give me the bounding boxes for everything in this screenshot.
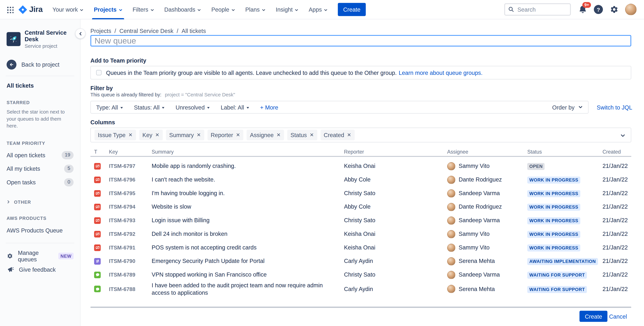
issue-summary[interactable]: Dell 24 inch monitor is broken: [152, 230, 344, 238]
remove-chip-icon[interactable]: ✕: [276, 132, 281, 138]
column-chip[interactable]: Issue Type ✕: [94, 130, 136, 140]
issue-created-date: 21/Jan/22: [602, 217, 631, 224]
top-nav-item[interactable]: Dashboards: [164, 0, 201, 19]
issue-summary[interactable]: POS system is not accepting credit cards: [152, 244, 344, 251]
table-row[interactable]: ITSM-6797 Mobile app is randomly crashin…: [90, 159, 631, 173]
table-row[interactable]: ITSM-6795 I'm having trouble logging in.…: [90, 186, 631, 200]
breadcrumb-all-tickets[interactable]: All tickets: [182, 28, 206, 34]
top-nav-item[interactable]: People: [211, 0, 235, 19]
column-chip[interactable]: Key ✕: [139, 130, 162, 140]
order-by-dropdown[interactable]: Order by: [552, 104, 583, 110]
issue-summary[interactable]: I can't reach the website.: [152, 176, 344, 183]
jira-logo-text: Jira: [29, 5, 43, 14]
issue-summary[interactable]: Login issue with Billing: [152, 217, 344, 224]
cancel-button[interactable]: Cancel: [609, 313, 627, 320]
table-row[interactable]: ITSM-6788 I have been added to the audit…: [90, 282, 631, 296]
remove-chip-icon[interactable]: ✕: [310, 132, 314, 138]
notifications-button[interactable]: 9+: [578, 5, 588, 14]
assignee-avatar: [447, 189, 455, 197]
create-queue-button[interactable]: Create: [580, 311, 608, 322]
columns-picker[interactable]: Issue Type ✕ Key ✕ Summary ✕ Report: [90, 127, 631, 142]
column-chip[interactable]: Created ✕: [320, 130, 354, 140]
issue-key-link[interactable]: ITSM-6790: [109, 258, 135, 264]
columns-picker-chevron[interactable]: [620, 132, 626, 140]
help-button[interactable]: ?: [594, 5, 603, 14]
table-scrollbar-track[interactable]: [90, 307, 631, 308]
issue-summary[interactable]: VPN stopped working in San Francisco off…: [152, 271, 344, 278]
chevron-down-icon: [578, 105, 583, 109]
remove-chip-icon[interactable]: ✕: [197, 132, 201, 138]
breadcrumb-project-name[interactable]: Central Service Desk: [120, 28, 174, 34]
more-filters-button[interactable]: + More: [260, 104, 278, 110]
sidebar-queue-item[interactable]: All my tickets 5: [6, 162, 74, 176]
remove-chip-icon[interactable]: ✕: [128, 132, 132, 138]
issue-key-link[interactable]: ITSM-6788: [109, 286, 135, 292]
top-nav-item[interactable]: Insight: [276, 0, 298, 19]
jira-new-queue-page: Jira Your work Projects Filters: [0, 0, 644, 326]
sidebar-queue-item[interactable]: All open tickets 19: [6, 148, 74, 162]
column-chip[interactable]: Assignee ✕: [247, 130, 284, 140]
search-input[interactable]: [504, 3, 571, 16]
table-row[interactable]: ITSM-6789 VPN stopped working in San Fra…: [90, 268, 631, 282]
issue-key-link[interactable]: ITSM-6792: [109, 231, 135, 237]
jira-logo[interactable]: Jira: [18, 5, 42, 14]
remove-chip-icon[interactable]: ✕: [236, 132, 240, 138]
issue-key-link[interactable]: ITSM-6794: [109, 204, 135, 210]
filter-dropdown[interactable]: Unresolved: [176, 104, 210, 110]
app-switcher-icon[interactable]: [6, 6, 14, 13]
issue-key-link[interactable]: ITSM-6797: [109, 163, 135, 169]
issue-key-link[interactable]: ITSM-6793: [109, 217, 135, 224]
top-nav-item[interactable]: Apps: [309, 0, 328, 19]
issue-summary[interactable]: Mobile app is randomly crashing.: [152, 162, 344, 170]
issue-summary[interactable]: Website is slow: [152, 203, 344, 210]
issue-created-date: 21/Jan/22: [602, 257, 631, 265]
manage-queues-button[interactable]: Manage queues NEW: [6, 249, 74, 263]
issue-created-date: 21/Jan/22: [602, 203, 631, 210]
team-priority-checkbox[interactable]: [96, 70, 102, 75]
filter-dropdown[interactable]: Label: All: [221, 104, 249, 110]
queue-groups-learn-more-link[interactable]: Learn more about queue groups.: [399, 69, 482, 76]
table-row[interactable]: ITSM-6793 Login issue with Billing Chris…: [90, 214, 631, 227]
table-row[interactable]: ITSM-6790 Emergency Security Patch Updat…: [90, 254, 631, 268]
table-row[interactable]: ITSM-6794 Website is slow Abby Cole Dant…: [90, 200, 631, 214]
filter-dropdown[interactable]: Status: All: [134, 104, 164, 110]
top-nav-item[interactable]: Projects: [94, 0, 122, 19]
column-chip[interactable]: Reporter ✕: [208, 130, 244, 140]
notification-count-badge: 9+: [582, 2, 591, 8]
top-nav-item[interactable]: Plans: [245, 0, 266, 19]
top-nav-item[interactable]: Filters: [132, 0, 154, 19]
remove-chip-icon[interactable]: ✕: [155, 132, 160, 138]
top-nav-item[interactable]: Your work: [52, 0, 84, 19]
profile-button[interactable]: [625, 4, 636, 15]
assignee-avatar: [447, 216, 455, 225]
back-to-project-link[interactable]: Back to project: [6, 60, 74, 70]
sidebar-item-all-tickets[interactable]: All tickets: [6, 82, 74, 89]
sidebar-group-other[interactable]: OTHER: [6, 200, 74, 204]
issue-key-link[interactable]: ITSM-6791: [109, 244, 135, 251]
sidebar-collapse-button[interactable]: [75, 29, 86, 39]
switch-to-jql-link[interactable]: Switch to JQL: [597, 104, 632, 111]
issue-summary[interactable]: I have been added to the audit project t…: [152, 282, 344, 296]
global-create-button[interactable]: Create: [338, 3, 366, 16]
issue-key-link[interactable]: ITSM-6796: [109, 177, 135, 183]
table-row[interactable]: ITSM-6792 Dell 24 inch monitor is broken…: [90, 227, 631, 241]
tickets-table: T Key Summary Reporter Assignee Status C…: [90, 147, 631, 306]
column-chip[interactable]: Summary ✕: [166, 130, 204, 140]
issue-summary[interactable]: I'm having trouble logging in.: [152, 189, 344, 197]
table-row[interactable]: ITSM-6791 POS system is not accepting cr…: [90, 241, 631, 254]
issue-key-link[interactable]: ITSM-6795: [109, 190, 135, 196]
queue-name-input[interactable]: [90, 35, 631, 47]
issue-summary[interactable]: Emergency Security Patch Update for Port…: [152, 257, 344, 265]
plus-icon: +: [260, 104, 264, 110]
sidebar-queue-item[interactable]: Open tasks 0: [6, 176, 74, 189]
chevron-down-icon: [620, 133, 626, 138]
breadcrumb-projects[interactable]: Projects: [90, 28, 111, 34]
settings-button[interactable]: [610, 5, 618, 14]
issue-key-link[interactable]: ITSM-6789: [109, 272, 135, 278]
give-feedback-button[interactable]: Give feedback: [6, 263, 74, 276]
column-chip[interactable]: Status ✕: [287, 130, 317, 140]
filter-dropdown[interactable]: Type: All: [96, 104, 123, 110]
table-row[interactable]: ITSM-6796 I can't reach the website. Abb…: [90, 173, 631, 187]
remove-chip-icon[interactable]: ✕: [347, 132, 351, 138]
sidebar-item-aws-products-queue[interactable]: AWS Products Queue: [6, 227, 74, 234]
